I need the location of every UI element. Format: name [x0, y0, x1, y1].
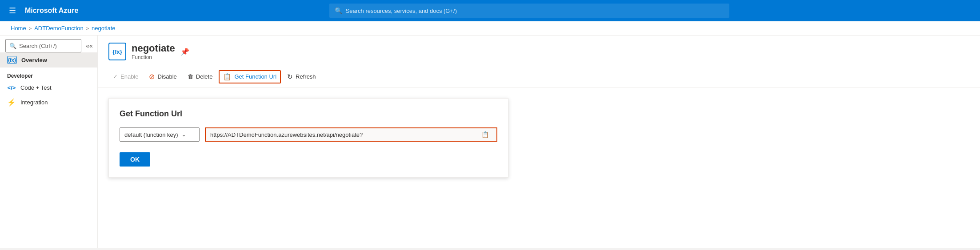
hamburger-menu-icon[interactable]: ☰	[7, 4, 18, 17]
sidebar-search[interactable]: 🔍 Search (Ctrl+/)	[5, 39, 81, 52]
copy-url-button[interactable]: 📋	[478, 127, 492, 142]
breadcrumb-function[interactable]: negotiate	[92, 25, 116, 32]
global-search[interactable]: 🔍 Search resources, services, and docs (…	[329, 4, 729, 18]
page-title: negotiate	[132, 43, 175, 54]
copy-link-icon: 📋	[223, 73, 232, 81]
get-function-url-dialog: Get Function Url default (function key) …	[108, 98, 508, 178]
enable-label: Enable	[120, 73, 138, 80]
key-dropdown[interactable]: default (function key) ⌄	[120, 127, 200, 142]
toolbar: ✓ Enable ⊘ Disable 🗑 Delete 📋 Get Functi…	[98, 66, 980, 87]
refresh-icon: ↻	[287, 73, 293, 81]
sidebar-item-integration-label: Integration	[20, 99, 48, 106]
code-icon: </>	[7, 84, 16, 91]
main-layout: 🔍 Search (Ctrl+/) «« {fx} Overview Devel…	[0, 36, 980, 248]
checkmark-icon: ✓	[113, 73, 118, 80]
sidebar-section-developer: Developer	[0, 67, 97, 81]
sidebar-item-integration[interactable]: ⚡ Integration	[0, 95, 97, 110]
disable-button[interactable]: ⊘ Disable	[144, 70, 181, 83]
get-function-url-label: Get Function Url	[234, 73, 276, 80]
dropdown-value: default (function key)	[124, 131, 178, 138]
function-icon: {fx}	[7, 56, 17, 64]
page-header: {fx} negotiate Function 📌	[98, 36, 980, 66]
disable-icon: ⊘	[149, 72, 155, 81]
title-subtitle-group: negotiate Function	[132, 43, 175, 60]
breadcrumb: Home > ADTDemoFunction > negotiate	[0, 21, 980, 36]
get-function-url-button[interactable]: 📋 Get Function Url	[219, 70, 281, 83]
sidebar-collapse-button[interactable]: ««	[83, 40, 96, 52]
url-input-box[interactable]: https://ADTDemoFunction.azurewebsites.ne…	[205, 127, 497, 142]
delete-label: Delete	[196, 73, 213, 80]
search-icon: 🔍	[335, 7, 342, 14]
sidebar-search-row: 🔍 Search (Ctrl+/) ««	[0, 39, 97, 52]
topbar: ☰ Microsoft Azure 🔍 Search resources, se…	[0, 0, 980, 21]
breadcrumb-home[interactable]: Home	[11, 25, 26, 32]
sidebar-search-placeholder: Search (Ctrl+/)	[19, 43, 57, 49]
breadcrumb-sep-2: >	[86, 26, 89, 31]
enable-button[interactable]: ✓ Enable	[108, 71, 143, 83]
sidebar-item-overview[interactable]: {fx} Overview	[0, 52, 97, 67]
pin-icon[interactable]: 📌	[180, 48, 189, 56]
content-area: Get Function Url default (function key) …	[98, 98, 980, 178]
disable-label: Disable	[157, 73, 176, 80]
refresh-label: Refresh	[296, 73, 316, 80]
function-app-icon: {fx}	[108, 43, 126, 60]
chevron-down-icon: ⌄	[182, 132, 186, 138]
sidebar-item-code-test[interactable]: </> Code + Test	[0, 81, 97, 95]
dialog-url-row: default (function key) ⌄ https://ADTDemo…	[120, 127, 497, 142]
dialog-title: Get Function Url	[120, 109, 497, 119]
delete-button[interactable]: 🗑 Delete	[183, 71, 217, 83]
page-title-row: {fx} negotiate Function 📌	[108, 43, 969, 60]
breadcrumb-function-app[interactable]: ADTDemoFunction	[34, 25, 84, 32]
lightning-icon: ⚡	[7, 98, 16, 107]
refresh-button[interactable]: ↻ Refresh	[283, 70, 320, 83]
url-value-text: https://ADTDemoFunction.azurewebsites.ne…	[210, 131, 478, 138]
page-area: {fx} negotiate Function 📌 ✓ Enable ⊘ Dis…	[98, 36, 980, 248]
sidebar-item-overview-label: Overview	[21, 57, 47, 63]
app-title: Microsoft Azure	[25, 7, 78, 15]
search-placeholder-text: Search resources, services, and docs (G+…	[346, 8, 457, 14]
sidebar: 🔍 Search (Ctrl+/) «« {fx} Overview Devel…	[0, 36, 98, 248]
sidebar-item-code-test-label: Code + Test	[20, 84, 52, 91]
copy-icon: 📋	[481, 131, 489, 138]
sidebar-search-icon: 🔍	[9, 43, 16, 49]
ok-button[interactable]: OK	[120, 152, 150, 167]
page-subtitle: Function	[132, 54, 175, 60]
trash-icon: 🗑	[188, 73, 193, 80]
breadcrumb-sep-1: >	[29, 26, 32, 31]
